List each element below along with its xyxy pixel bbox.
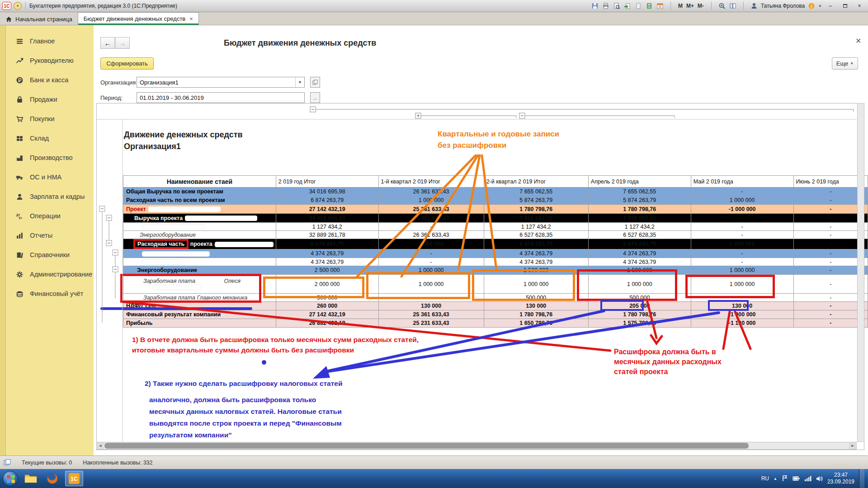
value-cell[interactable]: 1 780 798,76: [588, 310, 691, 319]
value-cell[interactable]: 2 000 000: [276, 275, 378, 294]
tab-close-icon[interactable]: ×: [189, 15, 193, 22]
export-button[interactable]: [623, 2, 632, 10]
generate-button[interactable]: Сформировать: [100, 57, 154, 70]
value-cell[interactable]: 4 374 263,79: [484, 249, 588, 258]
value-cell[interactable]: 1 500 000: [588, 266, 691, 275]
tab-report[interactable]: Бюджет движения денежных средств ×: [78, 12, 199, 25]
value-cell[interactable]: 7 655 062,55: [484, 188, 588, 196]
value-cell[interactable]: -: [793, 196, 868, 205]
sidebar-item-reports[interactable]: Отчеты: [6, 228, 94, 243]
value-cell[interactable]: -: [691, 294, 793, 302]
row-label-cell[interactable]: Расходная часть по всем проектам: [123, 196, 276, 205]
show-desktop-button[interactable]: [859, 469, 864, 488]
value-cell[interactable]: -: [691, 231, 793, 239]
value-cell[interactable]: 27 142 432,19: [276, 205, 378, 214]
more-button[interactable]: Еще▼: [832, 57, 858, 70]
save-button[interactable]: [591, 2, 599, 10]
column-header[interactable]: 1-й квартал 2 019 Итог: [378, 176, 484, 188]
scroll-left-icon[interactable]: ◄: [97, 442, 104, 449]
value-cell[interactable]: -: [691, 249, 793, 258]
chevron-down-icon[interactable]: ▼: [818, 4, 822, 8]
row-label-cell[interactable]: [123, 258, 276, 266]
nav-forward-button[interactable]: →: [115, 37, 130, 49]
value-cell[interactable]: 130 000: [691, 302, 793, 310]
value-cell[interactable]: 500 000: [276, 294, 378, 302]
sidebar-item-salary-hr[interactable]: Зарплата и кадры: [6, 189, 94, 204]
clock[interactable]: 23:47 23.09.2019: [827, 472, 854, 485]
form-close-icon[interactable]: ✕: [855, 37, 861, 45]
value-cell[interactable]: 25 361 633,43: [378, 310, 484, 319]
info-icon[interactable]: i: [807, 2, 816, 10]
close-button[interactable]: ×: [854, 2, 865, 10]
value-cell[interactable]: 7 655 062,55: [588, 188, 691, 196]
value-cell[interactable]: -: [691, 188, 793, 196]
value-cell[interactable]: 6 527 628,35: [484, 231, 588, 239]
row-label-cell[interactable]: Расходная часть проекта: [123, 239, 276, 249]
value-cell[interactable]: 4 374 263,79: [484, 258, 588, 266]
value-cell[interactable]: 1 000 000: [484, 275, 588, 294]
value-cell[interactable]: 4 374 263,79: [276, 258, 378, 266]
value-cell[interactable]: -: [793, 205, 868, 214]
split-view-button[interactable]: [729, 2, 737, 10]
row-label-cell[interactable]: Заработная плата Главного механика: [123, 294, 276, 302]
value-cell[interactable]: -1 000 000: [691, 205, 793, 214]
value-cell[interactable]: 26 361 633,43: [378, 214, 484, 223]
value-cell[interactable]: 5 874 263,79: [484, 196, 588, 205]
org-field[interactable]: Организация1 ▼: [137, 77, 305, 88]
value-cell[interactable]: 32 889 261,78: [276, 231, 378, 239]
value-cell[interactable]: -: [793, 294, 868, 302]
vertical-scrollbar[interactable]: [857, 103, 864, 442]
sidebar-item-production[interactable]: Производство: [6, 150, 94, 165]
value-cell[interactable]: 1 000 000: [378, 196, 484, 205]
value-cell[interactable]: 7 655 062,55: [588, 214, 691, 223]
row-label-cell[interactable]: Заработная плата Олеся: [123, 275, 276, 294]
nav-back-button[interactable]: ←: [100, 37, 115, 49]
column-header[interactable]: Апрель 2 019 года: [588, 176, 691, 188]
value-cell[interactable]: 130 000: [484, 302, 588, 310]
column-header[interactable]: 2-й квартал 2 019 Итог: [484, 176, 588, 188]
value-cell[interactable]: -: [793, 239, 868, 249]
value-cell[interactable]: -: [793, 302, 868, 310]
value-cell[interactable]: 34 016 695,98: [276, 188, 378, 196]
value-cell[interactable]: 1 127 434,2: [484, 223, 588, 231]
memory-m-button[interactable]: M: [677, 3, 684, 9]
value-cell[interactable]: 1 000 000: [691, 275, 793, 294]
value-cell[interactable]: 7 655 062,55: [484, 214, 588, 223]
value-cell[interactable]: 130 000: [378, 302, 484, 310]
value-cell[interactable]: -: [378, 223, 484, 231]
scroll-right-icon[interactable]: ►: [849, 442, 856, 449]
value-cell[interactable]: 1 000 000: [691, 266, 793, 275]
sidebar-item-fin-accounting[interactable]: Финансовый учёт: [6, 286, 94, 301]
calendar-button[interactable]: 31: [656, 2, 664, 10]
org-compare-button[interactable]: [310, 77, 320, 88]
value-cell[interactable]: -: [691, 223, 793, 231]
row-label-cell[interactable]: [123, 249, 276, 258]
taskbar-1c-icon[interactable]: 1С: [65, 471, 83, 486]
value-cell[interactable]: 1 000 000: [691, 196, 793, 205]
value-cell[interactable]: -: [378, 258, 484, 266]
value-cell[interactable]: -: [691, 214, 793, 223]
language-indicator[interactable]: RU: [761, 475, 769, 482]
column-header[interactable]: Наименование стаей: [123, 176, 276, 188]
minimize-button[interactable]: –: [825, 2, 836, 10]
value-cell[interactable]: 1 650 798,76: [484, 319, 588, 328]
value-cell[interactable]: 5 874 263,79: [588, 239, 691, 249]
value-cell[interactable]: -: [793, 319, 868, 328]
value-cell[interactable]: 1 000 000: [378, 275, 484, 294]
value-cell[interactable]: 1 000 000: [691, 239, 793, 249]
memory-m--button[interactable]: M-: [697, 3, 705, 9]
zoom-in-button[interactable]: [718, 2, 726, 10]
value-cell[interactable]: 27 142 432,19: [276, 310, 378, 319]
value-cell[interactable]: -: [793, 249, 868, 258]
value-cell[interactable]: -: [793, 258, 868, 266]
tab-home[interactable]: Начальная страница: [0, 13, 78, 25]
value-cell[interactable]: 6 527 628,35: [588, 231, 691, 239]
value-cell[interactable]: -1 130 000: [691, 319, 793, 328]
row-label-cell[interactable]: Общая Выручка по всем проектам: [123, 188, 276, 196]
value-cell[interactable]: 6 874 263,79: [276, 239, 378, 249]
value-cell[interactable]: 25 361 633,43: [378, 205, 484, 214]
value-cell[interactable]: 1 000 000: [378, 266, 484, 275]
value-cell[interactable]: 4 374 263,79: [588, 258, 691, 266]
row-label-cell[interactable]: [123, 223, 276, 231]
taskbar-explorer-icon[interactable]: [22, 471, 40, 486]
